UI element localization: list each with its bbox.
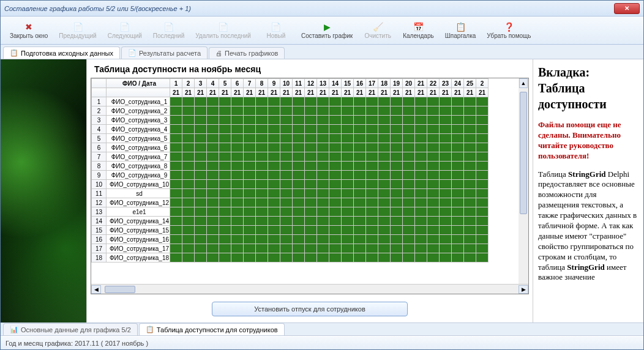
availability-cell[interactable] bbox=[378, 207, 391, 217]
availability-cell[interactable] bbox=[293, 235, 305, 244]
availability-cell[interactable] bbox=[244, 134, 256, 143]
availability-cell[interactable] bbox=[268, 125, 280, 134]
table-row[interactable]: 3ФИО_сотрудника_3 bbox=[92, 116, 489, 125]
availability-cell[interactable] bbox=[182, 125, 195, 134]
availability-cell[interactable] bbox=[403, 171, 415, 180]
availability-cell[interactable] bbox=[170, 235, 182, 244]
availability-cell[interactable] bbox=[195, 171, 207, 180]
availability-cell[interactable] bbox=[170, 244, 182, 253]
availability-cell[interactable] bbox=[293, 217, 305, 226]
availability-cell[interactable] bbox=[305, 217, 317, 226]
availability-cell[interactable] bbox=[207, 152, 219, 162]
availability-cell[interactable] bbox=[280, 171, 293, 180]
availability-cell[interactable] bbox=[427, 226, 440, 235]
availability-cell[interactable] bbox=[440, 125, 452, 134]
availability-cell[interactable] bbox=[231, 207, 244, 217]
availability-cell[interactable] bbox=[195, 162, 207, 171]
availability-cell[interactable] bbox=[280, 106, 293, 116]
availability-cell[interactable] bbox=[293, 125, 305, 134]
availability-cell[interactable] bbox=[231, 134, 244, 143]
availability-cell[interactable] bbox=[268, 217, 280, 226]
availability-cell[interactable] bbox=[342, 106, 354, 116]
availability-cell[interactable] bbox=[464, 162, 476, 171]
table-row[interactable]: 1ФИО_сотрудника_1 bbox=[92, 97, 489, 106]
availability-cell[interactable] bbox=[329, 134, 342, 143]
availability-cell[interactable] bbox=[305, 235, 317, 244]
availability-cell[interactable] bbox=[268, 253, 280, 262]
availability-cell[interactable] bbox=[366, 125, 378, 134]
availability-cell[interactable] bbox=[452, 152, 464, 162]
availability-cell[interactable] bbox=[476, 217, 489, 226]
availability-cell[interactable] bbox=[207, 125, 219, 134]
availability-cell[interactable] bbox=[366, 253, 378, 262]
availability-cell[interactable] bbox=[366, 180, 378, 189]
availability-cell[interactable] bbox=[231, 180, 244, 189]
availability-cell[interactable] bbox=[440, 116, 452, 125]
availability-cell[interactable] bbox=[231, 198, 244, 207]
availability-cell[interactable] bbox=[219, 116, 231, 125]
availability-cell[interactable] bbox=[219, 217, 231, 226]
availability-cell[interactable] bbox=[403, 116, 415, 125]
horizontal-scrollbar[interactable]: ◀ ▶ bbox=[91, 284, 528, 294]
availability-cell[interactable] bbox=[182, 171, 195, 180]
availability-cell[interactable] bbox=[440, 171, 452, 180]
availability-cell[interactable] bbox=[317, 226, 329, 235]
availability-cell[interactable] bbox=[256, 152, 268, 162]
availability-cell[interactable] bbox=[476, 116, 489, 125]
availability-cell[interactable] bbox=[182, 152, 195, 162]
availability-cell[interactable] bbox=[182, 244, 195, 253]
availability-cell[interactable] bbox=[476, 189, 489, 198]
availability-cell[interactable] bbox=[305, 207, 317, 217]
availability-cell[interactable] bbox=[427, 134, 440, 143]
availability-cell[interactable] bbox=[366, 207, 378, 217]
availability-cell[interactable] bbox=[354, 162, 366, 171]
availability-cell[interactable] bbox=[415, 162, 427, 171]
availability-cell[interactable] bbox=[329, 235, 342, 244]
availability-cell[interactable] bbox=[244, 235, 256, 244]
row-employee-name[interactable]: ФИО_сотрудника_1 bbox=[107, 97, 170, 106]
availability-cell[interactable] bbox=[452, 244, 464, 253]
availability-cell[interactable] bbox=[244, 106, 256, 116]
availability-cell[interactable] bbox=[244, 189, 256, 198]
availability-cell[interactable] bbox=[268, 116, 280, 125]
availability-cell[interactable] bbox=[293, 106, 305, 116]
availability-cell[interactable] bbox=[452, 217, 464, 226]
availability-cell[interactable] bbox=[268, 171, 280, 180]
availability-cell[interactable] bbox=[256, 226, 268, 235]
availability-cell[interactable] bbox=[391, 162, 403, 171]
availability-cell[interactable] bbox=[207, 171, 219, 180]
availability-cell[interactable] bbox=[476, 235, 489, 244]
availability-cell[interactable] bbox=[366, 152, 378, 162]
availability-cell[interactable] bbox=[403, 162, 415, 171]
row-employee-name[interactable]: ФИО_сотрудника_6 bbox=[107, 143, 170, 152]
availability-cell[interactable] bbox=[427, 116, 440, 125]
availability-cell[interactable] bbox=[231, 244, 244, 253]
availability-cell[interactable] bbox=[207, 226, 219, 235]
availability-cell[interactable] bbox=[452, 116, 464, 125]
availability-cell[interactable] bbox=[342, 226, 354, 235]
availability-cell[interactable] bbox=[440, 106, 452, 116]
availability-cell[interactable] bbox=[354, 97, 366, 106]
availability-cell[interactable] bbox=[329, 106, 342, 116]
availability-cell[interactable] bbox=[207, 180, 219, 189]
availability-cell[interactable] bbox=[293, 244, 305, 253]
availability-cell[interactable] bbox=[170, 180, 182, 189]
availability-cell[interactable] bbox=[170, 125, 182, 134]
availability-cell[interactable] bbox=[342, 143, 354, 152]
availability-cell[interactable] bbox=[342, 152, 354, 162]
availability-cell[interactable] bbox=[170, 162, 182, 171]
availability-cell[interactable] bbox=[464, 106, 476, 116]
availability-cell[interactable] bbox=[195, 97, 207, 106]
availability-cell[interactable] bbox=[354, 189, 366, 198]
availability-cell[interactable] bbox=[354, 217, 366, 226]
availability-cell[interactable] bbox=[342, 116, 354, 125]
availability-cell[interactable] bbox=[342, 134, 354, 143]
availability-cell[interactable] bbox=[366, 97, 378, 106]
availability-cell[interactable] bbox=[476, 244, 489, 253]
availability-cell[interactable] bbox=[207, 116, 219, 125]
availability-cell[interactable] bbox=[342, 171, 354, 180]
availability-cell[interactable] bbox=[415, 226, 427, 235]
availability-cell[interactable] bbox=[256, 217, 268, 226]
availability-cell[interactable] bbox=[329, 253, 342, 262]
availability-cell[interactable] bbox=[317, 97, 329, 106]
